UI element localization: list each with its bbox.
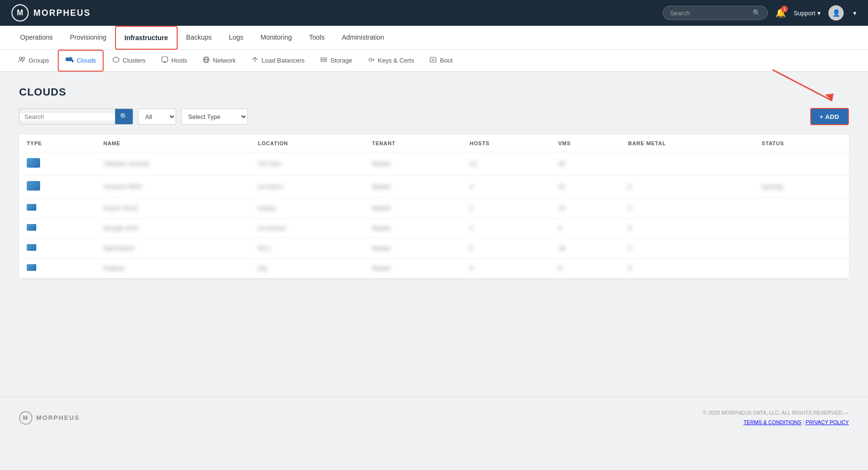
nav-item-backups[interactable]: Backups <box>178 26 221 50</box>
nav-item-monitoring[interactable]: Monitoring <box>252 26 300 50</box>
row-bare-metal: 0 <box>628 265 631 272</box>
row-tenant: Master <box>372 245 391 252</box>
nav-label-tools: Tools <box>309 33 325 41</box>
sub-nav-storage-label: Storage <box>330 57 352 64</box>
sub-nav-hosts[interactable]: Hosts <box>154 50 194 72</box>
brand-name: MORPHEUS <box>33 8 91 18</box>
page-content: CLOUDS 🔍 All Select Type + ADD <box>0 72 868 358</box>
col-hosts: HOSTS <box>462 135 550 152</box>
all-filter-select[interactable]: All <box>138 108 176 125</box>
notifications-button[interactable]: 🔔 1 <box>775 8 786 18</box>
clusters-icon <box>112 56 120 65</box>
brand-area: M MORPHEUS <box>11 4 91 21</box>
search-input[interactable] <box>20 113 115 120</box>
row-name: OpenStack <box>104 245 134 252</box>
sub-nav-load-balancers-label: Load Balancers <box>262 57 305 64</box>
logo-mark: M <box>11 4 29 21</box>
row-vms: 48 <box>558 160 565 167</box>
row-tenant: Master <box>372 204 391 212</box>
row-vms: 22 <box>558 183 565 190</box>
nav-item-provisioning[interactable]: Provisioning <box>61 26 115 50</box>
search-wrap: 🔍 <box>19 108 133 125</box>
footer: M MORPHEUS © 2020 MORPHEUS DATA, LLC. AL… <box>0 396 868 439</box>
type-filter-select[interactable]: Select Type <box>181 108 248 125</box>
search-icon: 🔍 <box>752 9 761 17</box>
storage-icon <box>320 56 328 65</box>
boot-icon <box>429 56 437 65</box>
svg-rect-12 <box>430 57 436 62</box>
top-bar: M MORPHEUS 🔍 🔔 1 Support ▾ 👤 ▾ <box>0 0 868 26</box>
row-bare-metal: 0 <box>628 245 631 252</box>
nav-item-tools[interactable]: Tools <box>300 26 333 50</box>
sub-nav-load-balancers[interactable]: Load Balancers <box>244 50 311 72</box>
row-hosts: 2 <box>469 204 473 212</box>
notification-badge: 1 <box>781 6 788 12</box>
row-name: Nutanix <box>104 265 125 272</box>
svg-rect-3 <box>162 57 168 62</box>
type-icon <box>27 158 40 168</box>
support-button[interactable]: Support ▾ <box>794 10 821 17</box>
keys-certs-icon <box>368 56 375 65</box>
page-title: CLOUDS <box>19 86 849 98</box>
table-row[interactable]: Google GCP us-central Master 1 5 0 <box>19 218 849 238</box>
table-row[interactable]: OpenStack DC1 Master 6 18 0 <box>19 238 849 258</box>
footer-links: TERMS & CONDITIONS | PRIVACY POLICY <box>703 418 849 427</box>
row-location: US East <box>258 160 281 167</box>
nav-item-operations[interactable]: Operations <box>11 26 61 50</box>
nav-item-logs[interactable]: Logs <box>220 26 252 50</box>
table-row[interactable]: Amazon AWS us-east-1 Master 4 22 0 synci… <box>19 175 849 198</box>
sub-nav-clouds[interactable]: Clouds <box>58 50 104 72</box>
footer-logo-mark: M <box>19 411 32 425</box>
hosts-icon <box>161 56 169 65</box>
col-bare-metal: BARE METAL <box>620 135 754 152</box>
sub-nav-groups[interactable]: Groups <box>11 50 56 72</box>
col-tenant: TENANT <box>364 135 462 152</box>
row-vms: 5 <box>558 224 561 232</box>
user-dropdown-button[interactable]: ▾ <box>851 10 857 17</box>
type-icon <box>27 204 36 211</box>
sub-nav-boot[interactable]: Boot <box>423 50 459 72</box>
row-name: VMware vCenter <box>104 160 150 167</box>
footer-brand: M MORPHEUS <box>19 411 80 425</box>
sub-nav-network[interactable]: Network <box>196 50 243 72</box>
row-bare-metal: 0 <box>628 224 631 232</box>
row-location: HQ <box>258 265 267 272</box>
table-row[interactable]: Nutanix HQ Master 3 9 0 <box>19 258 849 278</box>
global-search-input[interactable] <box>670 10 749 17</box>
row-hosts: 1 <box>469 224 473 232</box>
type-icon <box>27 264 36 271</box>
footer-right: © 2020 MORPHEUS DATA, LLC. ALL RIGHTS RE… <box>703 408 849 427</box>
sub-nav-network-label: Network <box>213 57 236 64</box>
svg-point-0 <box>20 57 22 60</box>
row-hosts: 3 <box>469 265 473 272</box>
sub-nav-storage[interactable]: Storage <box>313 50 359 72</box>
sub-nav-keys-certs[interactable]: Keys & Certs <box>361 50 421 72</box>
sub-nav-clusters[interactable]: Clusters <box>106 50 152 72</box>
nav-label-provisioning: Provisioning <box>70 33 106 41</box>
row-hosts: 6 <box>469 245 473 252</box>
table-body: VMware vCenter US East Master 12 48 Amaz… <box>19 152 849 278</box>
row-tenant: Master <box>372 160 391 167</box>
nav-label-monitoring: Monitoring <box>261 33 292 41</box>
search-button[interactable]: 🔍 <box>115 108 133 125</box>
row-hosts: 12 <box>469 160 476 167</box>
row-tenant: Master <box>372 224 391 232</box>
row-hosts: 4 <box>469 183 473 190</box>
row-location: eastus <box>258 204 276 212</box>
row-name: Google GCP <box>104 224 139 232</box>
global-search-bar[interactable]: 🔍 <box>663 6 768 20</box>
row-tenant: Master <box>372 183 391 190</box>
toolbar-section: 🔍 All Select Type + ADD <box>19 108 849 125</box>
svg-rect-10 <box>321 60 327 62</box>
add-button[interactable]: + ADD <box>810 108 849 125</box>
groups-icon <box>18 56 26 65</box>
type-icon <box>27 181 40 191</box>
nav-item-infrastructure[interactable]: Infrastructure <box>115 26 178 50</box>
table-row[interactable]: Azure Cloud eastus Master 2 10 0 <box>19 198 849 218</box>
terms-link[interactable]: TERMS & CONDITIONS <box>743 419 801 425</box>
table-row[interactable]: VMware vCenter US East Master 12 48 <box>19 152 849 175</box>
row-status: syncing <box>762 183 783 190</box>
nav-item-administration[interactable]: Administration <box>333 26 393 50</box>
col-location: LOCATION <box>250 135 364 152</box>
privacy-link[interactable]: PRIVACY POLICY <box>805 419 849 425</box>
